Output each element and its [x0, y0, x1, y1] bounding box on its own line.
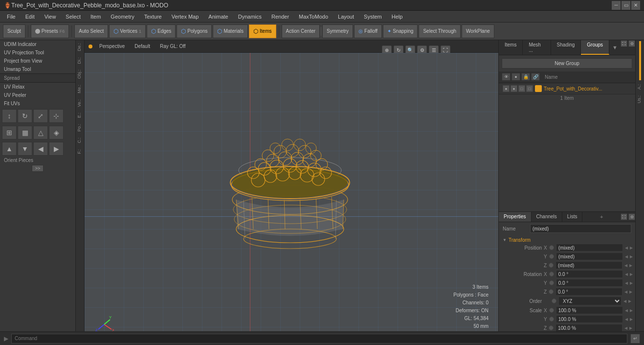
prop-name-input[interactable]	[530, 224, 631, 233]
viewport-perspective[interactable]: Perspective	[96, 43, 128, 50]
tool-unwrap[interactable]: Unwrap Tool	[0, 65, 75, 73]
side-label-de[interactable]: De.:	[76, 40, 84, 54]
new-group-button[interactable]: New Group	[502, 58, 632, 69]
command-submit-btn[interactable]: ↵	[630, 334, 640, 344]
viewport-3d[interactable]: 3 Items Polygons : Face Channels: 0 Defo…	[85, 53, 498, 345]
prop-rot-z-prev[interactable]: ◀	[624, 290, 627, 294]
close-button[interactable]: ✕	[631, 1, 640, 10]
item-lock-icon[interactable]: □	[518, 85, 525, 92]
prop-pos-z-input[interactable]	[555, 261, 622, 269]
menu-vertex-map[interactable]: Vertex Map	[167, 13, 204, 21]
prop-transform-header[interactable]: Transform	[503, 236, 631, 244]
prop-scale-y-prev[interactable]: ◀	[625, 317, 628, 322]
falloff-button[interactable]: ◎ Falloff	[354, 24, 382, 38]
prop-pos-z-dot[interactable]	[549, 263, 554, 268]
menu-layout[interactable]: Layout	[333, 13, 359, 21]
prop-pos-y-next[interactable]: ▶	[630, 254, 633, 259]
prop-pos-y-dot[interactable]	[549, 254, 554, 259]
minimize-button[interactable]: ─	[612, 1, 621, 10]
tool-uv-relax[interactable]: UV Relax	[0, 83, 75, 91]
prop-scale-x-next[interactable]: ▶	[630, 308, 633, 313]
item-eye-icon[interactable]: ●	[503, 85, 510, 92]
side-label-me[interactable]: Me.:	[76, 82, 84, 96]
prop-scale-z-input[interactable]	[555, 324, 622, 332]
prop-scale-y-input[interactable]	[556, 315, 623, 323]
command-input[interactable]	[11, 334, 627, 344]
side-label-po[interactable]: Po.:	[76, 121, 84, 135]
rp-settings-btn[interactable]: ⚙	[628, 40, 635, 47]
right-side-label-a[interactable]: A.:	[636, 81, 644, 92]
tool-fit-uvs[interactable]: Fit UVs	[0, 99, 75, 108]
prop-scale-x-prev[interactable]: ◀	[625, 308, 628, 313]
prop-rot-y-input[interactable]	[556, 279, 623, 287]
side-label-f[interactable]: F.:	[76, 146, 84, 157]
menu-edit[interactable]: Edit	[21, 13, 40, 21]
prop-scale-y-next[interactable]: ▶	[630, 317, 633, 322]
scale-icon-btn[interactable]: ⤢	[33, 109, 48, 123]
side-label-di[interactable]: Di.:	[76, 54, 84, 67]
prop-rot-z-next[interactable]: ▶	[629, 290, 632, 294]
prop-scale-x-dot[interactable]	[549, 308, 554, 313]
viewport-raygl[interactable]: Ray GL: Off	[157, 43, 189, 50]
auto-select-button[interactable]: Auto Select	[74, 24, 108, 38]
spread-section[interactable]: Spread	[0, 73, 75, 83]
select-through-button[interactable]: Select Through	[419, 24, 461, 38]
prop-scale-z-dot[interactable]	[549, 325, 554, 330]
rp-item-row[interactable]: ● ● □ □ Tree_Pot_with_Decorativ...	[499, 83, 635, 94]
symmetry-button[interactable]: Symmetry	[322, 24, 353, 38]
prop-rot-y-dot[interactable]	[549, 280, 554, 285]
snapping-button[interactable]: ✦ Snapping	[383, 24, 418, 38]
presets-button[interactable]: Presets F6	[31, 24, 69, 38]
item-link-icon[interactable]: □	[526, 85, 533, 92]
prop-pos-y-input[interactable]	[556, 253, 623, 260]
prop-order-dot[interactable]	[552, 299, 556, 303]
rp-icon-render[interactable]: ●	[511, 73, 520, 81]
maximize-button[interactable]: ▭	[622, 1, 630, 10]
side-label-e[interactable]: E.:	[76, 110, 84, 121]
items-button[interactable]: ⬡ Items	[249, 24, 276, 38]
menu-system[interactable]: System	[359, 13, 387, 21]
tool-udim[interactable]: UDIM Indicator	[0, 40, 75, 48]
arrow-down-btn[interactable]: ▼	[18, 142, 32, 156]
prop-pos-x-next[interactable]: ▶	[630, 246, 633, 250]
expand-button[interactable]: >>	[32, 165, 44, 172]
edges-button[interactable]: ⬡ Edges	[147, 24, 176, 38]
workplane-button[interactable]: WorkPlane	[462, 24, 494, 38]
vertices-button[interactable]: ⬡ Vertices 1	[109, 24, 146, 38]
menu-item[interactable]: Item	[86, 13, 106, 21]
menu-geometry[interactable]: Geometry	[106, 13, 139, 21]
menu-select[interactable]: Select	[61, 13, 86, 21]
tool-project-from-view[interactable]: Project from View	[0, 57, 75, 65]
solid-icon-btn[interactable]: △	[33, 126, 48, 139]
prop-scale-z-prev[interactable]: ◀	[624, 326, 627, 330]
action-center-button[interactable]: Action Center	[282, 24, 320, 38]
prop-pos-x-dot[interactable]	[549, 245, 554, 250]
rp-tab-mesh[interactable]: Mesh ...	[523, 40, 551, 55]
prop-rot-x-prev[interactable]: ◀	[625, 272, 628, 276]
select-icon-btn[interactable]: ⊹	[49, 109, 64, 123]
menu-file[interactable]: File	[2, 13, 21, 21]
sculpt-button[interactable]: Sculpt	[3, 24, 25, 38]
smooth-icon-btn[interactable]: ◈	[49, 126, 64, 139]
prop-pos-x-prev[interactable]: ◀	[625, 246, 628, 250]
item-render-icon[interactable]: ●	[511, 85, 517, 92]
menu-view[interactable]: View	[40, 13, 61, 21]
prop-tab-lists[interactable]: Lists	[562, 212, 583, 222]
rp-tab-shading[interactable]: Shading	[551, 40, 581, 55]
tool-uv-projection[interactable]: UV Projection Tool	[0, 48, 75, 57]
prop-rot-z-input[interactable]	[555, 288, 622, 296]
arrow-left-btn[interactable]: ◀	[33, 142, 48, 156]
rp-tab-groups[interactable]: Groups	[581, 40, 609, 55]
menu-render[interactable]: Render	[266, 13, 294, 21]
prop-pos-z-prev[interactable]: ◀	[624, 263, 627, 268]
rp-tab-items[interactable]: Items	[499, 40, 523, 55]
wire-icon-btn[interactable]: ⊞	[2, 126, 17, 139]
menu-texture[interactable]: Texture	[139, 13, 167, 21]
rp-tab-more[interactable]: ▼	[609, 40, 621, 55]
menu-maxtomodo[interactable]: MaxToModo	[294, 13, 333, 21]
prop-tab-add[interactable]: +	[597, 212, 606, 222]
menu-help[interactable]: Help	[387, 13, 408, 21]
prop-rot-x-dot[interactable]	[549, 272, 554, 276]
prop-order-select[interactable]: XYZ	[558, 297, 622, 305]
prop-pos-x-input[interactable]	[556, 244, 623, 252]
